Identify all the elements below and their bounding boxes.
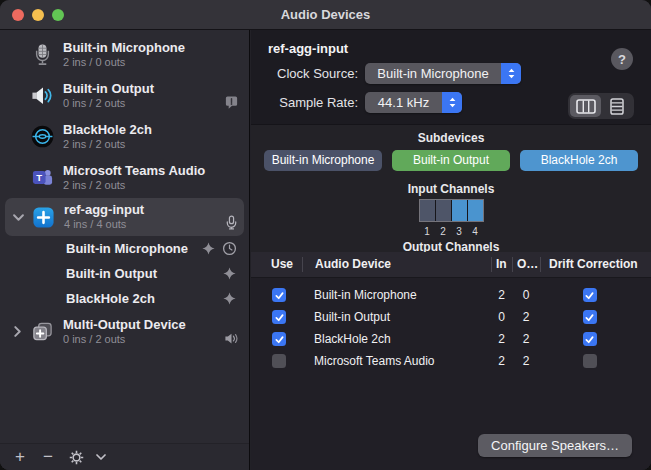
subdevice-table: Use Audio Device In O… Drift Correction … <box>251 252 651 470</box>
selected-device-title: ref-agg-input <box>268 41 634 56</box>
popup-stepper-icon <box>442 92 462 113</box>
drift-correction-checkbox[interactable] <box>583 288 597 302</box>
sparkle-icon <box>222 291 237 306</box>
configure-speakers-button[interactable]: Configure Speakers… <box>478 434 632 457</box>
channel-cell-1 <box>420 200 435 221</box>
device-row-microsoft-teams-audio[interactable]: T Microsoft Teams Audio 2 ins / 2 outs <box>0 157 249 198</box>
blackhole-icon <box>30 125 54 149</box>
chevron-right-icon[interactable] <box>4 326 30 337</box>
row-device-name: Built-in Output <box>302 310 491 324</box>
drift-correction-checkbox[interactable] <box>583 354 597 368</box>
title-bar: Audio Devices <box>0 0 651 30</box>
help-button[interactable]: ? <box>611 48 633 70</box>
drift-correction-checkbox[interactable] <box>583 310 597 324</box>
audio-devices-window: Audio Devices Built-in Microphone 2 ins … <box>0 0 651 470</box>
drift-correction-checkbox[interactable] <box>583 332 597 346</box>
close-window-button[interactable] <box>12 9 24 21</box>
detail-header: ref-agg-input ? Clock Source: Built-in M… <box>251 30 651 125</box>
channel-numbers: 1 2 3 4 <box>251 226 651 238</box>
table-header: Use Audio Device In O… Drift Correction <box>251 252 651 278</box>
device-row-multi-output-device[interactable]: Multi-Output Device 0 ins / 2 outs <box>0 311 249 352</box>
sidebar-toolbar: + − <box>0 443 249 470</box>
microphone-icon <box>30 43 54 67</box>
column-drift-correction[interactable]: Drift Correction <box>540 257 651 272</box>
subdevices-header: Subdevices <box>251 131 651 145</box>
chevron-down-icon[interactable] <box>5 214 31 221</box>
row-out-count: 2 <box>512 354 540 368</box>
subdevice-row-blackhole-2ch[interactable]: BlackHole 2ch <box>0 286 249 311</box>
channel-cell-2 <box>436 200 451 221</box>
device-io-summary: 2 ins / 0 outs <box>63 56 239 70</box>
subdevice-pills: Built-in Microphone Built-in Output Blac… <box>251 150 651 171</box>
use-checkbox[interactable] <box>272 288 286 302</box>
use-checkbox[interactable] <box>272 310 286 324</box>
sample-rate-popup[interactable]: 44.1 kHz <box>365 92 462 113</box>
device-row-ref-agg-input[interactable]: ref-agg-input 4 ins / 4 outs <box>5 198 244 236</box>
device-list: Built-in Microphone 2 ins / 0 outs Built… <box>0 34 249 352</box>
clock-source-popup[interactable]: Built-in Microphone <box>365 63 521 84</box>
clock-source-value: Built-in Microphone <box>365 66 501 81</box>
subdevice-name: BlackHole 2ch <box>66 291 222 306</box>
table-row[interactable]: Built-in Microphone 2 0 <box>251 284 651 306</box>
clock-icon <box>222 241 237 256</box>
teams-icon: T <box>30 166 54 190</box>
input-channels-header: Input Channels <box>251 182 651 196</box>
row-out-count: 2 <box>512 310 540 324</box>
device-row-built-in-microphone[interactable]: Built-in Microphone 2 ins / 0 outs <box>0 34 249 75</box>
column-in[interactable]: In <box>491 257 512 272</box>
column-out[interactable]: O… <box>512 257 540 272</box>
actions-gear-button[interactable] <box>64 446 88 468</box>
subdevice-pill-blackhole-2ch[interactable]: BlackHole 2ch <box>520 150 638 171</box>
sample-rate-value: 44.1 kHz <box>365 95 442 110</box>
add-device-button[interactable]: + <box>8 446 32 468</box>
device-row-built-in-output[interactable]: Built-in Output 0 ins / 2 outs <box>0 75 249 116</box>
channel-cell-4 <box>468 200 483 221</box>
subdevice-pill-built-in-microphone[interactable]: Built-in Microphone <box>264 150 382 171</box>
channel-cell-3 <box>452 200 467 221</box>
device-io-summary: 2 ins / 2 outs <box>63 138 239 152</box>
row-device-name: Built-in Microphone <box>302 288 491 302</box>
sparkle-icon <box>222 266 237 281</box>
row-device-name: BlackHole 2ch <box>302 332 491 346</box>
minimize-window-button[interactable] <box>32 9 44 21</box>
traffic-lights <box>12 9 64 21</box>
volume-icon <box>224 331 239 346</box>
input-microphone-icon <box>224 215 239 230</box>
row-device-name: Microsoft Teams Audio <box>302 354 491 368</box>
alert-bubble-icon <box>224 95 239 110</box>
subdevice-row-built-in-output[interactable]: Built-in Output <box>0 261 249 286</box>
row-in-count: 2 <box>491 354 512 368</box>
table-row[interactable]: BlackHole 2ch 2 2 <box>251 328 651 350</box>
channels-section: Subdevices Built-in Microphone Built-in … <box>251 125 651 252</box>
clock-source-label: Clock Source: <box>268 66 358 81</box>
sparkle-icon <box>201 241 216 256</box>
svg-text:T: T <box>36 172 42 183</box>
device-sidebar: Built-in Microphone 2 ins / 0 outs Built… <box>0 30 250 470</box>
device-io-summary: 4 ins / 4 outs <box>64 218 224 232</box>
device-name: Built-in Output <box>63 81 224 97</box>
subdevice-pill-built-in-output[interactable]: Built-in Output <box>392 150 510 171</box>
remove-device-button[interactable]: − <box>36 446 60 468</box>
actions-chevron-down-icon[interactable] <box>92 446 110 468</box>
input-channels-meter <box>419 199 484 222</box>
use-checkbox[interactable] <box>272 332 286 346</box>
table-row[interactable]: Microsoft Teams Audio 2 2 <box>251 350 651 372</box>
table-row[interactable]: Built-in Output 0 2 <box>251 306 651 328</box>
column-use[interactable]: Use <box>251 257 302 272</box>
device-row-blackhole-2ch[interactable]: BlackHole 2ch 2 ins / 2 outs <box>0 116 249 157</box>
list-view-button[interactable] <box>601 95 632 117</box>
table-body: Built-in Microphone 2 0 Built-in Output … <box>251 278 651 372</box>
device-io-summary: 0 ins / 2 outs <box>63 97 224 111</box>
device-name: BlackHole 2ch <box>63 122 239 138</box>
row-out-count: 2 <box>512 332 540 346</box>
device-io-summary: 0 ins / 2 outs <box>63 333 224 347</box>
use-checkbox[interactable] <box>272 354 286 368</box>
device-io-summary: 2 ins / 2 outs <box>63 179 239 193</box>
columns-view-button[interactable] <box>570 95 601 117</box>
device-detail-panel: ref-agg-input ? Clock Source: Built-in M… <box>251 30 651 470</box>
zoom-window-button[interactable] <box>52 9 64 21</box>
device-name: Built-in Microphone <box>63 40 239 56</box>
subdevice-row-built-in-microphone[interactable]: Built-in Microphone <box>0 236 249 261</box>
view-mode-segmented-control <box>568 93 634 119</box>
column-audio-device[interactable]: Audio Device <box>302 257 491 272</box>
